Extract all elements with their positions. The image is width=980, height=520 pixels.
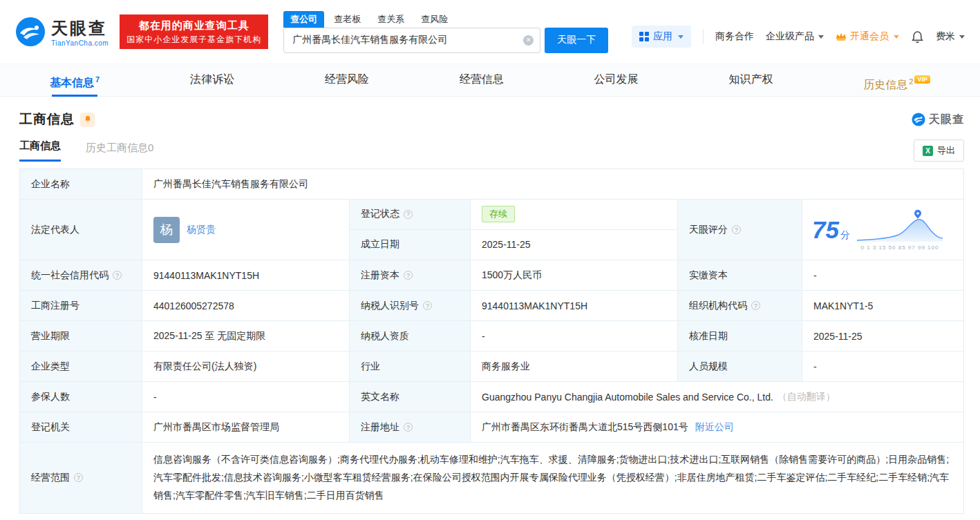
score-number: 75 <box>812 216 839 244</box>
tab-history-info[interactable]: 历史信息2VIP <box>863 64 930 97</box>
auto-translate-note: （自动翻译） <box>778 391 836 403</box>
menu-divider <box>703 29 704 44</box>
business-info-table: 企业名称 广州番禺长佳汽车销售服务有限公司 法定代表人 杨 杨贤贵 登记状态 ?… <box>19 168 964 514</box>
chevron-down-icon <box>678 35 684 39</box>
tianyancha-logo[interactable]: 天眼查 TianYanCha.com <box>15 17 109 47</box>
credit-code-value: 91440113MAK1NYT15H <box>142 260 350 290</box>
paid-capital-value: - <box>802 260 963 290</box>
subscribe-bell-icon[interactable] <box>80 113 95 127</box>
clear-search-icon[interactable]: ✕ <box>523 35 534 46</box>
subtab-business-registration[interactable]: 工商信息 <box>19 139 61 162</box>
search-tab-relation[interactable]: 查关系 <box>370 11 411 28</box>
industry-value: 商务服务业 <box>471 352 678 381</box>
approval-date-value: 2025-11-25 <box>802 321 963 351</box>
taxpayer-id-value: 91440113MAK1NYT15H <box>471 291 678 320</box>
promo-banner: 都在用的商业查询工具 国家中小企业发展子基金旗下机构 <box>120 15 268 50</box>
legal-rep-link[interactable]: 杨贤贵 <box>187 224 216 236</box>
tab-operational-risk[interactable]: 经营风险 <box>325 64 369 97</box>
org-code-label: 组织机构代码 ? <box>678 291 802 320</box>
legal-rep-label: 法定代表人 <box>20 200 142 260</box>
watermark-text: 天眼查 <box>929 113 964 127</box>
english-name-value: Guangzhou Panyu Changjia Automobile Sale… <box>471 382 963 412</box>
label-text: 登记状态 <box>361 208 399 220</box>
label-text: 天眼评分 <box>689 224 728 236</box>
apps-label: 应用 <box>653 30 672 43</box>
table-row: 法定代表人 杨 杨贤贵 登记状态 ? 存续 成立日期 2025-11-25 天眼… <box>20 200 963 260</box>
business-scope-label: 经营范围 ? <box>20 443 142 513</box>
username: 费米 <box>936 30 955 43</box>
tab-label: 公司发展 <box>594 73 639 85</box>
label-text: 组织机构代码 <box>689 300 747 312</box>
search-tab-company[interactable]: 查公司 <box>283 11 324 28</box>
tab-count: 2 <box>909 77 913 86</box>
tab-company-development[interactable]: 公司发展 <box>594 64 639 97</box>
tab-label: 经营信息 <box>460 73 504 85</box>
apps-menu[interactable]: 应用 <box>632 26 691 48</box>
vip-label: 开通会员 <box>850 30 889 43</box>
help-icon[interactable]: ? <box>113 271 122 280</box>
tab-business-info[interactable]: 经营信息 <box>460 64 504 97</box>
tab-label: 基本信息 <box>50 77 94 88</box>
help-icon[interactable]: ? <box>732 225 741 234</box>
company-type-label: 企业类型 <box>20 352 142 381</box>
header-menu: 应用 商务合作 企业级产品 开通会员 费米 <box>632 26 965 48</box>
subtab-history-registration[interactable]: 历史工商信息0 <box>86 142 153 162</box>
org-code-value: MAK1NYT1-5 <box>802 291 963 320</box>
export-button[interactable]: X 导出 <box>914 139 964 162</box>
search-button[interactable]: 天眼一下 <box>545 28 608 53</box>
establish-date-value: 2025-11-25 <box>471 230 678 260</box>
label-text: 统一社会信用代码 <box>31 269 109 282</box>
help-icon[interactable]: ? <box>404 271 413 280</box>
tab-label: 历史信息 <box>863 79 907 90</box>
user-menu[interactable]: 费米 <box>936 30 965 43</box>
score-pin-icon <box>914 210 921 219</box>
watermark-logo: 天眼查 <box>912 113 964 127</box>
tab-label: 经营风险 <box>325 73 369 85</box>
search-input[interactable] <box>283 28 540 53</box>
logo-wave-icon <box>15 17 46 47</box>
staff-size-value: - <box>802 352 963 381</box>
score-distribution-chart: 0 1 3 15 50 85 97 99 100 <box>856 209 944 251</box>
help-icon[interactable]: ? <box>74 473 83 482</box>
banner-line2: 国家中小企业发展子基金旗下机构 <box>126 33 261 46</box>
table-row: 企业名称 广州番禺长佳汽车销售服务有限公司 <box>20 169 963 200</box>
table-row: 工商注册号 440126005272578 纳税人识别号 ? 91440113M… <box>20 291 963 321</box>
reg-authority-value: 广州市番禺区市场监督管理局 <box>142 412 350 442</box>
reg-status-label: 登记状态 ? <box>350 200 471 229</box>
label-text: 注册资本 <box>361 269 399 282</box>
tab-basic-info[interactable]: 基本信息7 <box>50 64 100 97</box>
paid-capital-label: 实缴资本 <box>678 260 802 290</box>
business-scope-value: 信息咨询服务（不含许可类信息咨询服务）;商务代理代办服务;机动车修理和维护;汽车… <box>142 443 963 513</box>
table-row: 参保人数 - 英文名称 Guangzhou Panyu Changjia Aut… <box>20 382 963 412</box>
table-row: 登记机关 广州市番禺区市场监督管理局 注册地址 ? 广州市番禺区东环街番禺大道北… <box>20 412 963 443</box>
help-icon[interactable]: ? <box>404 210 413 219</box>
menu-open-vip[interactable]: 开通会员 <box>836 30 899 43</box>
tab-intellectual-property[interactable]: 知识产权 <box>728 64 773 97</box>
help-icon[interactable]: ? <box>751 301 760 310</box>
grid-icon <box>639 32 649 41</box>
tab-label: 法律诉讼 <box>190 73 234 85</box>
label-text: 经营范围 <box>31 472 70 484</box>
legal-rep-avatar[interactable]: 杨 <box>153 217 180 243</box>
english-name-text: Guangzhou Panyu Changjia Automobile Sale… <box>482 392 773 403</box>
insured-count-value: - <box>142 382 350 412</box>
tab-count: 7 <box>95 75 100 84</box>
score-label: 天眼评分 ? <box>678 200 802 260</box>
help-icon[interactable]: ? <box>404 423 413 432</box>
tab-legal-proceedings[interactable]: 法律诉讼 <box>190 64 234 97</box>
menu-business-cooperation[interactable]: 商务合作 <box>715 30 754 43</box>
menu-enterprise-products[interactable]: 企业级产品 <box>766 30 824 43</box>
search-tab-risk[interactable]: 查风险 <box>414 11 455 28</box>
company-nav-tabs: 基本信息7 法律诉讼 经营风险 经营信息 公司发展 知识产权 历史信息2VIP <box>0 64 980 97</box>
reg-authority-label: 登记机关 <box>20 412 142 442</box>
reg-number-value: 440126005272578 <box>142 291 350 320</box>
establish-date-label: 成立日期 <box>350 230 471 260</box>
help-icon[interactable]: ? <box>423 301 432 310</box>
staff-size-label: 人员规模 <box>678 352 802 381</box>
nearby-companies-link[interactable]: 附近公司 <box>695 421 734 434</box>
notification-bell-icon[interactable] <box>911 30 924 44</box>
company-name-label: 企业名称 <box>20 169 142 199</box>
reg-number-label: 工商注册号 <box>20 291 142 320</box>
search-tab-boss[interactable]: 查老板 <box>327 11 368 28</box>
tab-label: 知识产权 <box>728 73 773 85</box>
